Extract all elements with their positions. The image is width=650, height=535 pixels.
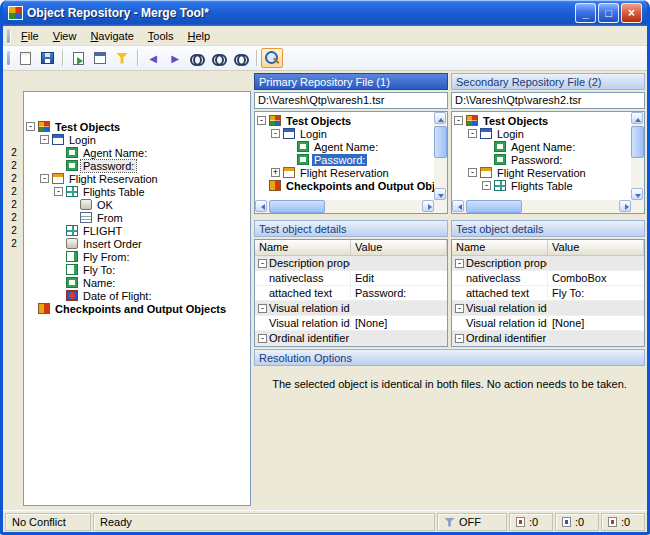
tree-item[interactable]: - Test Objects [255,114,434,127]
statistics-icon[interactable] [89,48,111,68]
expander-icon[interactable]: - [40,174,49,183]
scrollbar-thumb[interactable] [631,126,644,158]
tree-item[interactable]: - Flight Reservation [24,172,250,185]
property-row[interactable]: -Visual relation identif... [255,301,447,316]
tree-item[interactable]: Fly From: [24,250,250,263]
group-expander-icon[interactable]: - [258,259,267,268]
expander-icon[interactable]: - [468,129,477,138]
scroll-up-icon[interactable] [434,112,446,124]
group-expander-icon[interactable]: - [258,334,267,343]
filter-status[interactable]: OFF [437,513,507,531]
tree-item[interactable]: - Flight Reservation [452,166,631,179]
menu-item[interactable]: Tools [141,28,181,44]
scrollbar-thumb[interactable] [434,126,447,158]
menu-item[interactable]: View [46,28,84,44]
secondary-file-path[interactable]: D:\Varesh\Qtp\varesh2.tsr [451,92,645,109]
minimize-button[interactable]: _ [575,3,596,23]
menu-item[interactable]: Navigate [83,28,140,44]
tree-item[interactable]: FLIGHT [24,224,250,237]
filter-icon[interactable] [111,48,133,68]
property-row[interactable]: -Ordinal identifier [255,331,447,346]
horizontal-scrollbar[interactable] [255,200,434,213]
tree-item[interactable]: Password: [255,153,434,166]
tree-item[interactable]: - Flights Table [452,179,631,192]
tree-item[interactable]: OK [24,198,250,211]
property-row[interactable]: -Description properties [452,256,644,271]
tree-item[interactable]: - Flights Table [24,185,250,198]
scroll-right-icon[interactable] [422,200,434,212]
property-row[interactable]: attached text Fly To: [452,286,644,301]
tree-item[interactable]: Password: [24,159,250,172]
expander-icon[interactable]: + [271,168,280,177]
expander-icon[interactable]: - [40,135,49,144]
group-expander-icon[interactable]: - [258,304,267,313]
scrollbar-thumb[interactable] [466,200,522,213]
scrollbar-thumb[interactable] [269,200,325,213]
previous-conflict-icon[interactable]: ◀ [142,48,164,68]
tree-item[interactable]: Checkpoints and Output Objects [24,302,250,315]
secondary-file-header[interactable]: Secondary Repository File (2) [451,73,645,90]
expander-icon[interactable]: - [454,116,463,125]
scroll-up-icon[interactable] [631,112,643,124]
tree-item[interactable]: Checkpoints and Output Objects [255,179,434,192]
tree-item[interactable]: - Login [24,133,250,146]
expander-icon[interactable]: - [26,122,35,131]
menu-item[interactable]: Help [181,28,218,44]
scrollbar-track[interactable] [631,124,644,188]
tree-item[interactable]: Insert Order [24,237,250,250]
primary-file-path[interactable]: D:\Varesh\Qtp\varesh1.tsr [254,92,448,109]
expander-icon[interactable]: - [257,116,266,125]
property-row[interactable]: nativeclass Edit [255,271,447,286]
tree-item[interactable]: - Login [452,127,631,140]
group-expander-icon[interactable]: - [455,304,464,313]
find-next-icon[interactable] [208,48,230,68]
column-header[interactable]: Value [351,240,447,255]
scrollbar-track[interactable] [434,124,447,188]
maximize-button[interactable]: □ [598,3,619,23]
close-button[interactable]: × [621,3,642,23]
export-icon[interactable] [67,48,89,68]
title-bar[interactable]: Object Repository - Merge Tool* _ □ × [3,0,647,26]
tree-item[interactable]: Agent Name: [24,146,250,159]
expander-icon[interactable]: - [54,187,63,196]
scrollbar-track[interactable] [267,200,422,213]
property-row[interactable]: Visual relation iden... [None] [255,316,447,331]
tree-item[interactable]: + Flight Reservation [255,166,434,179]
tree-item[interactable]: Fly To: [24,263,250,276]
group-expander-icon[interactable]: - [455,259,464,268]
scrollbar-track[interactable] [464,200,619,213]
tree-item[interactable]: - Login [255,127,434,140]
group-expander-icon[interactable]: - [455,334,464,343]
column-header[interactable]: Value [548,240,644,255]
scroll-down-icon[interactable] [631,188,643,200]
zoom-icon[interactable] [261,48,283,68]
menu-item[interactable]: File [14,28,46,44]
property-row[interactable]: attached text Password: [255,286,447,301]
property-row[interactable]: -Ordinal identifier [452,331,644,346]
tree-item[interactable]: - Test Objects [452,114,631,127]
property-row[interactable]: -Visual relation identifi... [452,301,644,316]
tree-item[interactable]: - Test Objects [24,120,250,133]
horizontal-scrollbar[interactable] [452,200,631,213]
property-row[interactable]: -Description properties [255,256,447,271]
tree-item[interactable]: From [24,211,250,224]
tree-item[interactable]: Password: [452,153,631,166]
find-icon[interactable] [186,48,208,68]
column-header[interactable]: Name [255,240,351,255]
scroll-left-icon[interactable] [255,200,267,212]
column-header[interactable]: Name [452,240,548,255]
property-row[interactable]: nativeclass ComboBox [452,271,644,286]
vertical-scrollbar[interactable] [631,112,644,200]
save-icon[interactable] [36,48,58,68]
tree-item[interactable]: Name: [24,276,250,289]
primary-file-header[interactable]: Primary Repository File (1) [254,73,448,90]
tree-item[interactable]: Date of Flight: [24,289,250,302]
tree-item[interactable]: Agent Name: [452,140,631,153]
property-row[interactable]: Visual relation iden... [None] [452,316,644,331]
expander-icon[interactable]: - [482,181,491,190]
scroll-right-icon[interactable] [619,200,631,212]
vertical-scrollbar[interactable] [434,112,447,200]
scroll-down-icon[interactable] [434,188,446,200]
expander-icon[interactable]: - [271,129,280,138]
tree-item[interactable]: Agent Name: [255,140,434,153]
